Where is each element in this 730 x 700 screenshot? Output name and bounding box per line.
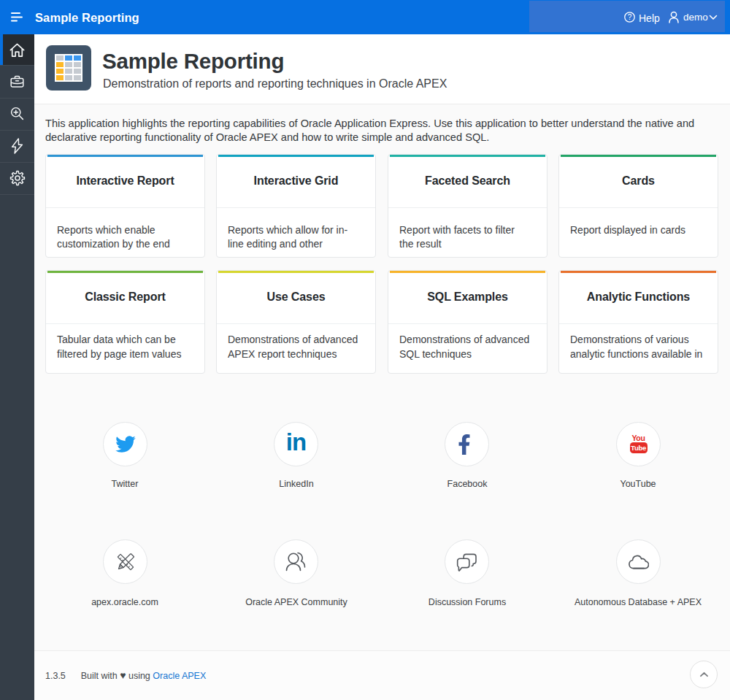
svg-text:?: ? (628, 13, 632, 21)
